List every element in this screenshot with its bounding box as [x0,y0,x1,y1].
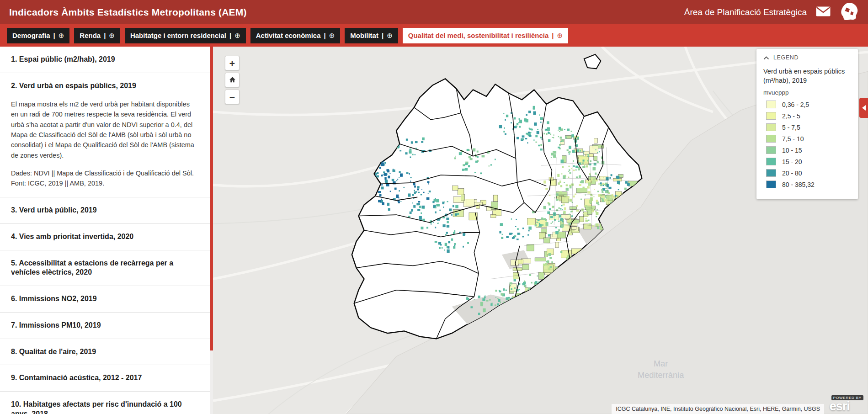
expand-icon: ⊕ [329,32,335,40]
indicator-title: 5. Accessibilitat a estacions de recàrre… [11,259,197,278]
map-controls: + − [225,56,240,104]
indicator-item-2-expanded[interactable]: 2. Verd urbà en espais públics, 2019 El … [0,73,213,197]
home-button[interactable] [225,73,240,87]
indicator-title: 2. Verd urbà en espais públics, 2019 [11,81,197,91]
legend-swatch [766,112,776,120]
legend-header[interactable]: LEGEND [763,53,851,67]
nav-tab-label: Renda [80,32,101,39]
collapse-arrow-icon [862,105,866,111]
nav-tab-activitat-economica[interactable]: Activitat econòmica | ⊕ [250,28,341,43]
esri-logo-text: esri [830,400,850,413]
svg-text:Mar: Mar [654,359,668,368]
nav-tab-renda[interactable]: Renda | ⊕ [74,28,120,43]
mail-icon [816,6,831,18]
area-label: Àrea de Planificació Estratègica [684,7,807,17]
legend-class-label: 15 - 20 [782,158,802,165]
indicator-item-9[interactable]: 9. Contaminació acústica, 2012 - 2017 [0,365,213,392]
legend-class-label: 7,5 - 10 [782,135,804,143]
indicator-title: 4. Vies amb prioritat invertida, 2020 [11,232,197,242]
legend-swatch [766,146,776,154]
nav-tab-mobilitat[interactable]: Mobilitat | ⊕ [345,28,398,43]
legend-field-name: mvueppp [763,89,851,96]
home-icon [229,75,236,85]
indicator-sidebar: 1. Espai públic (m2/hab), 2019 2. Verd u… [0,47,213,414]
legend-class-row: 10 - 15 [766,146,851,154]
legend-class-row: 80 - 385,32 [766,180,851,188]
indicator-title: 9. Contaminació acústica, 2012 - 2017 [11,373,197,383]
legend-swatch [766,101,776,108]
indicator-item-4[interactable]: 4. Vies amb prioritat invertida, 2020 [0,224,213,250]
collapse-panel-tab[interactable] [859,98,868,118]
pipe-separator: | [324,32,326,39]
nav-tab-qualitat-del-medi[interactable]: Qualitat del medi, sostenibilitat i resi… [403,28,568,43]
mail-button[interactable] [816,6,831,18]
indicator-item-5[interactable]: 5. Accessibilitat a estacions de recàrre… [0,250,213,287]
category-nav: Demografia | ⊕ Renda | ⊕ Habitatge i ent… [0,24,868,47]
pipe-separator: | [104,32,106,39]
app-header: Indicadors Àmbits Estadístics Metropolit… [0,0,868,24]
amb-logo-icon [840,2,859,22]
legend-class-label: 20 - 80 [782,170,802,177]
legend-header-label: LEGEND [773,54,799,61]
zoom-out-button[interactable]: − [225,90,240,104]
legend-panel: LEGEND Verd urbà en espais públics (m²/h… [756,49,858,199]
indicator-title: 10. Habitatges afectats per risc d'inund… [11,400,197,414]
indicator-title: 8. Qualitat de l'aire, 2019 [11,347,197,357]
legend-class-label: 0,36 - 2,5 [782,101,809,108]
expand-icon: ⊕ [59,32,64,40]
legend-swatch [766,180,776,188]
legend-class-label: 80 - 385,32 [782,181,815,188]
legend-swatch [766,123,776,131]
legend-swatch [766,158,776,165]
svg-text:Mediterrània: Mediterrània [638,371,684,380]
legend-class-row: 15 - 20 [766,158,851,165]
nav-tab-label: Activitat econòmica [256,32,321,39]
indicator-title: 1. Espai públic (m2/hab), 2019 [11,55,197,64]
legend-class-label: 2,5 - 5 [782,112,800,120]
legend-swatch [766,169,776,177]
chevron-up-icon [763,53,769,62]
legend-swatch [766,135,776,143]
app-title: Indicadors Àmbits Estadístics Metropolit… [9,7,247,18]
nav-tab-habitatge[interactable]: Habitatge i entorn residencial | ⊕ [125,28,246,43]
header-right-group: Àrea de Planificació Estratègica [684,2,859,22]
indicator-list: 1. Espai públic (m2/hab), 2019 2. Verd u… [0,47,213,414]
indicator-item-8[interactable]: 8. Qualitat de l'aire, 2019 [0,339,213,366]
pipe-separator: | [382,32,383,39]
expand-icon: ⊕ [234,32,240,40]
pipe-separator: | [552,32,554,39]
amb-logo[interactable] [840,2,859,22]
nav-tab-label: Demografia [12,32,50,39]
legend-class-row: 7,5 - 10 [766,135,851,143]
pipe-separator: | [53,32,55,39]
nav-tab-label: Qualitat del medi, sostenibilitat i resi… [408,32,549,39]
indicator-title: 3. Verd urbà públic, 2019 [11,206,197,215]
expand-icon: ⊕ [387,32,393,40]
zoom-in-button[interactable]: + [225,56,240,70]
indicator-title: 7. Immissions PM10, 2019 [11,321,197,330]
nav-tab-demografia[interactable]: Demografia | ⊕ [7,28,69,43]
nav-tab-label: Habitatge i entorn residencial [130,32,226,39]
legend-class-row: 5 - 7,5 [766,123,851,131]
pipe-separator: | [229,32,231,39]
main-layout: 1. Espai públic (m2/hab), 2019 2. Verd u… [0,47,868,414]
map-attribution: ICGC Catalunya, INE, Instituto Geográfic… [612,404,824,414]
legend-class-row: 0,36 - 2,5 [766,101,851,108]
map-canvas[interactable]: Mar Mediterrània + − LEGEND Verd urbà en [213,47,868,414]
indicator-title: 6. Immissions NO2, 2019 [11,294,197,304]
indicator-item-3[interactable]: 3. Verd urbà públic, 2019 [0,197,213,224]
indicator-item-1[interactable]: 1. Espai públic (m2/hab), 2019 [0,47,213,73]
nav-tab-label: Mobilitat [350,32,378,39]
indicator-item-7[interactable]: 7. Immissions PM10, 2019 [0,313,213,339]
legend-class-row: 20 - 80 [766,169,851,177]
legend-class-label: 10 - 15 [782,147,802,154]
legend-class-row: 2,5 - 5 [766,112,851,120]
indicator-item-10[interactable]: 10. Habitatges afectats per risc d'inund… [0,392,213,414]
indicator-source: Dades: NDVI || Mapa de Classificació i d… [11,169,197,189]
expand-icon: ⊕ [557,32,563,40]
indicator-description: El mapa mostra els m2 de verd urbà per h… [11,99,197,161]
esri-logo: POWERED BY esri [830,395,863,413]
legend-layer-title: Verd urbà en espais públics (m²/hab), 20… [763,67,851,85]
indicator-item-6[interactable]: 6. Immissions NO2, 2019 [0,286,213,313]
legend-class-label: 5 - 7,5 [782,124,800,131]
